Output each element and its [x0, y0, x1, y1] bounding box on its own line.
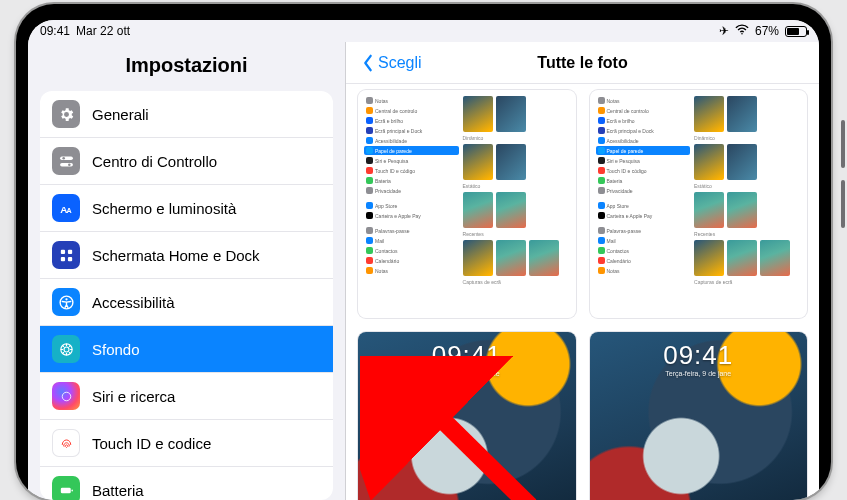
gear-icon: [52, 100, 80, 128]
side-button: [841, 180, 845, 228]
sidebar-item-label: Batteria: [92, 482, 144, 499]
back-label: Scegli: [378, 54, 422, 72]
settings-sidebar: Impostazioni Generali Cent: [28, 42, 346, 500]
ipad-bezel: 09:41 Mar 22 ott ✈︎ 67% Impostazioni: [16, 4, 831, 500]
photo-thumbnail[interactable]: 09:41 Terça-feira, 9 de jane: [590, 332, 808, 500]
svg-point-4: [68, 163, 71, 166]
sidebar-item-label: Touch ID e codice: [92, 435, 211, 452]
siri-icon: [52, 382, 80, 410]
status-date: Mar 22 ott: [76, 24, 130, 38]
detail-header: Scegli Tutte le foto: [346, 42, 819, 84]
svg-rect-9: [60, 256, 64, 260]
mini-settings-preview: NotasCentral de controloEcrã e brilhoEcr…: [364, 96, 570, 312]
screen: 09:41 Mar 22 ott ✈︎ 67% Impostazioni: [28, 20, 819, 500]
side-button: [841, 120, 845, 168]
svg-rect-17: [71, 489, 72, 491]
svg-rect-8: [67, 249, 71, 253]
wallpaper-icon: [52, 335, 80, 363]
back-button[interactable]: Scegli: [362, 54, 422, 72]
sidebar-item-label: Sfondo: [92, 341, 140, 358]
detail-pane: Scegli Tutte le foto NotasCentral de con…: [346, 42, 819, 500]
sidebar-item-label: Generali: [92, 106, 149, 123]
wifi-icon: [735, 24, 749, 38]
chevron-left-icon: [362, 54, 374, 72]
fingerprint-icon: [52, 429, 80, 457]
svg-rect-16: [60, 487, 70, 493]
sidebar-item-label: Schermata Home e Dock: [92, 247, 260, 264]
sidebar-title: Impostazioni: [28, 42, 345, 91]
sidebar-item-label: Centro di Controllo: [92, 153, 217, 170]
svg-rect-10: [67, 256, 71, 260]
svg-point-3: [62, 157, 65, 160]
app-grid-icon: [52, 241, 80, 269]
svg-text:A: A: [66, 206, 71, 214]
battery-icon-green: [52, 476, 80, 500]
status-bar: 09:41 Mar 22 ott ✈︎ 67%: [28, 20, 819, 42]
sidebar-item-control-center[interactable]: Centro di Controllo: [40, 138, 333, 185]
sidebar-item-label: Accessibilità: [92, 294, 175, 311]
photo-thumbnail[interactable]: NotasCentral de controloEcrã e brilhoEcr…: [358, 90, 576, 318]
photo-thumbnail[interactable]: 09:41 Terça-feira, 9 de jane: [358, 332, 576, 500]
mini-settings-preview: NotasCentral de controloEcrã e brilhoEcr…: [596, 96, 802, 312]
sidebar-item-label: Siri e ricerca: [92, 388, 175, 405]
accessibility-icon: [52, 288, 80, 316]
text-size-icon: AA: [52, 194, 80, 222]
device-frame: 09:41 Mar 22 ott ✈︎ 67% Impostazioni: [0, 0, 847, 500]
detail-title: Tutte le foto: [537, 54, 627, 72]
sidebar-item-battery[interactable]: Batteria: [40, 467, 333, 500]
svg-point-12: [65, 298, 67, 300]
svg-rect-7: [60, 249, 64, 253]
sidebar-item-general[interactable]: Generali: [40, 91, 333, 138]
sidebar-item-siri[interactable]: Siri e ricerca: [40, 373, 333, 420]
sidebar-item-accessibility[interactable]: Accessibilità: [40, 279, 333, 326]
battery-icon: [785, 26, 807, 37]
sidebar-item-touchid[interactable]: Touch ID e codice: [40, 420, 333, 467]
sidebar-item-display[interactable]: AA Schermo e luminosità: [40, 185, 333, 232]
sidebar-item-wallpaper[interactable]: Sfondo: [40, 326, 333, 373]
lockscreen-clock: 09:41 Terça-feira, 9 de jane: [358, 342, 576, 377]
photo-thumbnail[interactable]: NotasCentral de controloEcrã e brilhoEcr…: [590, 90, 808, 318]
lockscreen-clock: 09:41 Terça-feira, 9 de jane: [590, 342, 808, 377]
status-time: 09:41: [40, 24, 70, 38]
sidebar-item-label: Schermo e luminosità: [92, 200, 236, 217]
battery-percent: 67%: [755, 24, 779, 38]
toggles-icon: [52, 147, 80, 175]
airplane-mode-icon: ✈︎: [719, 24, 729, 38]
svg-rect-2: [60, 162, 73, 166]
sidebar-item-home-dock[interactable]: Schermata Home e Dock: [40, 232, 333, 279]
camera-notch: [383, 6, 465, 16]
svg-rect-1: [60, 156, 73, 160]
photo-grid: NotasCentral de controloEcrã e brilhoEcr…: [346, 84, 819, 500]
svg-point-0: [741, 33, 743, 35]
svg-point-15: [62, 392, 71, 401]
settings-list: Generali Centro di Controllo AA: [40, 91, 333, 500]
svg-point-14: [64, 347, 69, 352]
